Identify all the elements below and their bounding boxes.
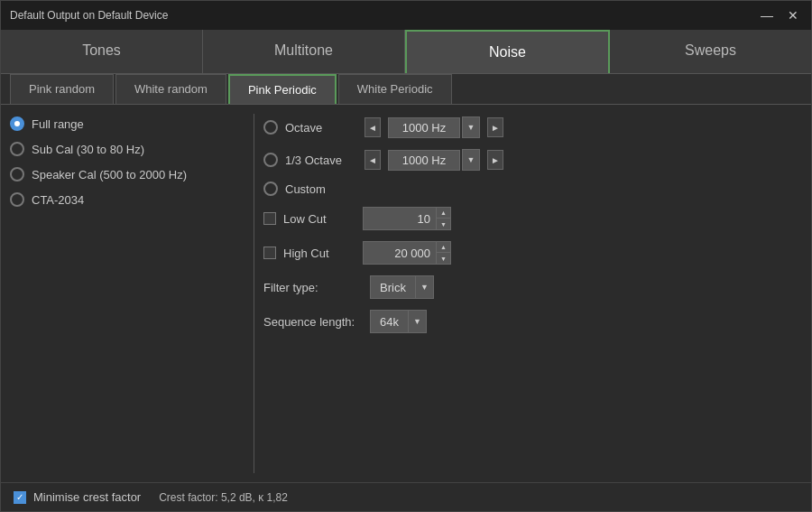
third-octave-row: 1/3 Octave ◄ 1000 Hz ▼ ► [263,146,802,173]
high-cut-value: 20 000 [364,244,436,263]
custom-row: Custom [263,179,802,199]
high-cut-arrows: ▲ ▼ [436,242,450,264]
crest-factor-text: Crest factor: 5,2 dB, κ 1,82 [159,491,288,504]
octave-dropdown-arrow[interactable]: ▼ [462,116,480,138]
third-octave-value: 1000 Hz [388,150,460,171]
third-octave-dropdown-container: 1000 Hz ▼ [388,149,480,171]
radio-sub-cal-indicator [10,142,24,156]
octave-label: Octave [285,121,357,135]
subtab-white-periodic[interactable]: White Periodic [338,74,452,104]
high-cut-spinbox[interactable]: 20 000 ▲ ▼ [363,241,451,265]
low-cut-up-btn[interactable]: ▲ [436,208,450,219]
filter-type-value: Brick [371,278,415,297]
sequence-length-label: Sequence length: [263,315,363,329]
main-window: Default Output on Default Device — ✕ Ton… [0,0,812,512]
third-octave-left-btn[interactable]: ◄ [364,150,381,170]
left-panel: Full range Sub Cal (30 to 80 Hz) Speaker… [10,114,245,473]
panel-divider [254,114,254,473]
tab-tones[interactable]: Tones [1,30,203,73]
sub-tab-bar: Pink random White random Pink Periodic W… [1,74,811,105]
low-cut-value: 10 [364,209,436,228]
bottom-bar: Minimise crest factor Crest factor: 5,2 … [1,482,811,511]
radio-full-range[interactable]: Full range [10,114,245,134]
high-cut-down-btn[interactable]: ▼ [436,253,450,264]
high-cut-label: High Cut [283,247,355,260]
tab-noise[interactable]: Noise [405,30,610,73]
radio-speaker-cal-label: Speaker Cal (500 to 2000 Hz) [32,168,187,182]
content-area: Full range Sub Cal (30 to 80 Hz) Speaker… [1,105,811,482]
low-cut-spinbox[interactable]: 10 ▲ ▼ [363,207,451,230]
radio-speaker-cal[interactable]: Speaker Cal (500 to 2000 Hz) [10,164,245,184]
sequence-length-dropdown[interactable]: 64k ▼ [370,310,427,333]
custom-label: Custom [285,182,357,196]
low-cut-down-btn[interactable]: ▼ [436,219,450,229]
octave-left-btn[interactable]: ◄ [364,117,381,137]
octave-dropdown-container: 1000 Hz ▼ [388,116,480,138]
high-cut-row: High Cut 20 000 ▲ ▼ [263,238,802,267]
tab-multitone[interactable]: Multitone [203,30,405,73]
sequence-length-row: Sequence length: 64k ▼ [263,307,802,336]
radio-sub-cal[interactable]: Sub Cal (30 to 80 Hz) [10,139,245,159]
filter-type-label: Filter type: [263,281,363,294]
window-controls: — ✕ [757,8,802,23]
third-octave-radio[interactable] [263,153,278,167]
filter-type-arrow[interactable]: ▼ [415,276,433,298]
low-cut-label: Low Cut [283,212,355,226]
sequence-length-arrow[interactable]: ▼ [408,311,426,332]
third-octave-label: 1/3 Octave [285,154,357,167]
sequence-length-value: 64k [371,312,408,331]
third-octave-right-btn[interactable]: ► [487,150,503,170]
octave-right-btn[interactable]: ► [487,117,503,137]
radio-speaker-cal-indicator [10,167,24,182]
radio-full-range-indicator [10,116,24,131]
radio-cta-2034-label: CTA-2034 [32,193,84,207]
radio-cta-2034[interactable]: CTA-2034 [10,190,245,209]
minimise-crest-control[interactable]: Minimise crest factor [14,490,141,504]
high-cut-up-btn[interactable]: ▲ [436,242,450,253]
octave-row: Octave ◄ 1000 Hz ▼ ► [263,114,802,141]
low-cut-row: Low Cut 10 ▲ ▼ [263,204,802,233]
filter-type-row: Filter type: Brick ▼ [263,273,802,302]
radio-cta-2034-indicator [10,192,24,207]
high-cut-checkbox[interactable] [263,247,276,259]
right-panel: Octave ◄ 1000 Hz ▼ ► 1/3 Octave ◄ 1000 H… [263,114,802,473]
minimize-button[interactable]: — [757,8,777,23]
title-bar: Default Output on Default Device — ✕ [1,1,811,30]
subtab-pink-random[interactable]: Pink random [10,74,114,104]
octave-value: 1000 Hz [388,117,460,138]
minimise-crest-checkbox[interactable] [14,491,26,504]
low-cut-checkbox[interactable] [263,212,276,225]
third-octave-dropdown-arrow[interactable]: ▼ [462,149,480,171]
minimise-crest-label: Minimise crest factor [33,490,141,504]
main-tab-bar: Tones Multitone Noise Sweeps [1,30,811,74]
window-title: Default Output on Default Device [10,9,168,22]
close-button[interactable]: ✕ [784,8,802,23]
radio-full-range-label: Full range [32,117,84,131]
custom-radio[interactable] [263,182,278,196]
radio-sub-cal-label: Sub Cal (30 to 80 Hz) [32,143,144,156]
subtab-white-random[interactable]: White random [115,74,226,104]
low-cut-arrows: ▲ ▼ [436,208,450,229]
subtab-pink-periodic[interactable]: Pink Periodic [228,74,337,104]
filter-type-dropdown[interactable]: Brick ▼ [370,275,434,299]
tab-sweeps[interactable]: Sweeps [610,30,811,73]
octave-radio[interactable] [263,120,278,135]
